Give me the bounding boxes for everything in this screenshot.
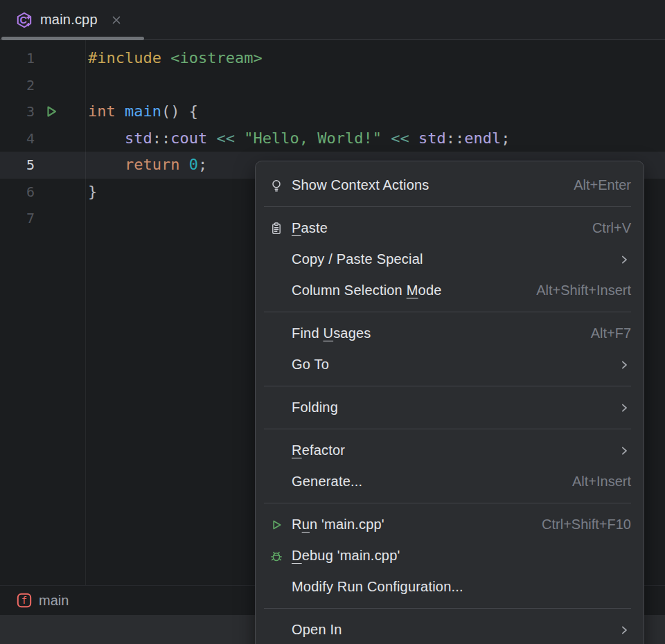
editor-line-2[interactable]: 2 — [0, 72, 665, 99]
context-menu: Show Context ActionsAlt+EnterPasteCtrl+V… — [255, 161, 644, 644]
run-icon — [269, 518, 285, 532]
menu-icon-slot — [269, 580, 285, 594]
svg-text:C: C — [20, 15, 28, 26]
menu-item-find-usages[interactable]: Find UsagesAlt+F7 — [256, 318, 644, 349]
menu-item-label: Copy / Paste Special — [292, 251, 423, 267]
tab-main-cpp[interactable]: C main.cpp — [0, 0, 136, 39]
line-number: 4 — [0, 130, 35, 147]
code-text: int main() { — [85, 98, 198, 125]
breadcrumb-item[interactable]: main — [39, 593, 69, 609]
menu-item-label: Show Context Actions — [292, 177, 429, 193]
editor-line-3[interactable]: 3int main() { — [0, 98, 665, 125]
menu-item-refactor[interactable]: Refactor — [256, 435, 644, 466]
menu-shortcut: Ctrl+V — [592, 220, 631, 236]
line-number: 7 — [0, 210, 35, 226]
menu-shortcut: Ctrl+Shift+F10 — [542, 517, 631, 533]
chevron-right-icon — [617, 444, 631, 458]
menu-item-generate[interactable]: Generate...Alt+Insert — [256, 466, 644, 497]
menu-separator — [264, 206, 631, 207]
menu-separator — [264, 386, 631, 386]
editor-line-1[interactable]: 1#include <iostream> — [0, 45, 665, 72]
function-icon: f — [17, 593, 32, 608]
debug-icon — [269, 549, 285, 563]
menu-separator — [264, 503, 631, 503]
menu-item-label: Run 'main.cpp' — [292, 517, 384, 533]
svg-text:f: f — [21, 595, 27, 606]
menu-shortcut: Alt+Enter — [574, 177, 631, 193]
menu-item-label: Go To — [292, 357, 329, 373]
menu-item-modify-run-configuration[interactable]: Modify Run Configuration... — [256, 571, 644, 602]
menu-icon-slot — [269, 623, 285, 637]
menu-item-folding[interactable]: Folding — [256, 392, 644, 423]
menu-item-label: Generate... — [292, 474, 362, 490]
menu-item-label: Debug 'main.cpp' — [292, 548, 400, 564]
line-number: 3 — [0, 103, 35, 120]
menu-item-label: Refactor — [292, 442, 345, 458]
menu-separator — [264, 312, 631, 312]
tab-title: main.cpp — [40, 12, 98, 28]
menu-shortcut: Alt+Insert — [572, 474, 631, 490]
menu-item-label: Open In — [292, 622, 342, 638]
line-number: 6 — [0, 184, 35, 200]
tab-bar: C main.cpp — [0, 0, 665, 40]
menu-item-column-selection-mode[interactable]: Column Selection ModeAlt+Shift+Insert — [256, 275, 644, 306]
cpp-file-icon: C — [15, 11, 33, 29]
run-gutter-icon[interactable] — [43, 103, 60, 120]
menu-item-label: Column Selection Mode — [292, 283, 442, 298]
menu-icon-slot — [269, 444, 285, 458]
code-text: #include <iostream> — [85, 45, 263, 72]
line-number: 1 — [0, 50, 35, 66]
code-text: std::cout << "Hello, World!" << std::end… — [85, 125, 510, 152]
menu-icon-slot — [269, 253, 285, 267]
menu-item-run-main-cpp[interactable]: Run 'main.cpp'Ctrl+Shift+F10 — [256, 509, 644, 540]
gutter-slot — [35, 103, 85, 120]
menu-item-label: Paste — [292, 220, 328, 236]
code-text: return 0; — [85, 152, 207, 179]
menu-shortcut: Alt+F7 — [591, 325, 631, 341]
close-icon[interactable] — [110, 14, 123, 26]
chevron-right-icon — [617, 358, 631, 372]
menu-item-debug-main-cpp[interactable]: Debug 'main.cpp' — [256, 540, 644, 571]
menu-item-paste[interactable]: PasteCtrl+V — [256, 213, 644, 244]
clipboard-icon — [269, 222, 285, 235]
gutter-divider — [85, 40, 86, 585]
menu-item-label: Folding — [292, 400, 338, 415]
code-text: } — [85, 179, 97, 206]
menu-icon-slot — [269, 284, 285, 298]
menu-item-copy-paste-special[interactable]: Copy / Paste Special — [256, 244, 644, 275]
menu-separator — [264, 608, 631, 609]
menu-icon-slot — [269, 327, 285, 341]
menu-item-open-in[interactable]: Open In — [256, 614, 644, 644]
editor-line-4[interactable]: 4 std::cout << "Hello, World!" << std::e… — [0, 125, 665, 152]
menu-shortcut: Alt+Shift+Insert — [536, 283, 631, 298]
chevron-right-icon — [617, 623, 631, 637]
menu-separator — [264, 429, 631, 429]
line-number: 5 — [0, 156, 35, 173]
chevron-right-icon — [617, 253, 631, 267]
menu-icon-slot — [269, 401, 285, 415]
line-number: 2 — [0, 77, 35, 93]
menu-icon-slot — [269, 358, 285, 372]
menu-item-show-context-actions[interactable]: Show Context ActionsAlt+Enter — [256, 170, 644, 201]
chevron-right-icon — [617, 401, 631, 415]
menu-item-label: Modify Run Configuration... — [292, 579, 463, 595]
lightbulb-icon — [269, 179, 285, 193]
menu-item-go-to[interactable]: Go To — [256, 349, 644, 380]
menu-item-label: Find Usages — [292, 325, 371, 341]
menu-icon-slot — [269, 475, 285, 489]
